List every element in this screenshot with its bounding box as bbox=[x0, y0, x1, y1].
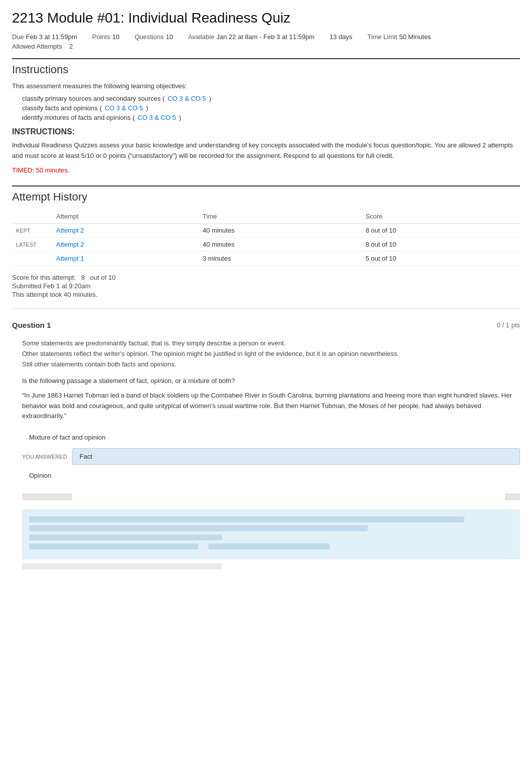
you-answered-label: You Answered bbox=[22, 454, 67, 460]
points-value: 10 bbox=[112, 33, 119, 41]
you-answered-row: You Answered Fact bbox=[22, 448, 520, 465]
table-row: LATEST Attempt 2 40 minutes 8 out of 10 bbox=[12, 238, 520, 252]
blurred-line bbox=[29, 543, 198, 549]
row1-time: 40 minutes bbox=[199, 224, 362, 238]
objective-1: classify primary sources and secondary s… bbox=[22, 95, 520, 102]
col-score: Score bbox=[362, 210, 520, 224]
learning-objectives-intro: This assessment measures the following l… bbox=[12, 82, 520, 90]
objective-2-suffix: ) bbox=[146, 104, 148, 112]
allowed-attempts-label: Allowed Attempts bbox=[12, 43, 62, 50]
objective-3-text: identify mixtures of facts and opinions … bbox=[22, 114, 135, 121]
attempt2-link-kept[interactable]: Attempt 2 bbox=[56, 227, 84, 234]
meta-row: Due Feb 3 at 11:59pm Points 10 Questions… bbox=[12, 33, 520, 41]
instructions-section-title: Instructions bbox=[12, 58, 520, 76]
row3-attempt[interactable]: Attempt 1 bbox=[52, 252, 199, 266]
question-1-pts: 0 / 1 pts bbox=[497, 321, 520, 329]
question-1-label: Question 1 bbox=[12, 321, 51, 329]
row1-attempt[interactable]: Attempt 2 bbox=[52, 224, 199, 238]
attempt-table: Attempt Time Score KEPT Attempt 2 40 min… bbox=[12, 210, 520, 266]
row3-time: 3 minutes bbox=[199, 252, 362, 266]
instructions-heading: INSTRUCTIONS: bbox=[12, 127, 520, 136]
row3-score: 5 out of 10 bbox=[362, 252, 520, 266]
score-for-attempt: Score for this attempt: 8 out of 10 bbox=[12, 274, 520, 281]
objective-3: identify mixtures of facts and opinions … bbox=[22, 114, 520, 121]
objective-2-co-link[interactable]: CO 3 & CO 5 bbox=[105, 104, 143, 112]
row1-score: 8 out of 10 bbox=[362, 224, 520, 238]
available-label: Available bbox=[188, 33, 214, 41]
table-row: KEPT Attempt 2 40 minutes 8 out of 10 bbox=[12, 224, 520, 238]
premise-line-2: Other statements reflect the writer's op… bbox=[22, 350, 399, 357]
objective-1-co-link[interactable]: CO 3 & CO 5 bbox=[168, 95, 206, 102]
row2-tag: LATEST bbox=[12, 238, 52, 252]
took-time: This attempt took 40 minutes. bbox=[12, 291, 520, 298]
questions-value: 10 bbox=[166, 33, 173, 41]
objective-1-suffix: ) bbox=[209, 95, 211, 102]
question-1-stem: Is the following passage a statement of … bbox=[22, 377, 520, 384]
available-value: Jan 22 at 8am - Feb 3 at 11:59pm bbox=[216, 33, 315, 41]
blurred-line-bottom bbox=[22, 563, 221, 569]
question-1-block: Question 1 0 / 1 pts Some statements are… bbox=[12, 308, 520, 569]
allowed-attempts-row: Allowed Attempts 2 bbox=[12, 43, 520, 50]
premise-line-1: Some statements are predominantly factua… bbox=[22, 339, 286, 347]
time-limit-label: Time Limit bbox=[367, 33, 397, 41]
meta-due: Due Feb 3 at 11:59pm bbox=[12, 33, 77, 41]
row2-attempt[interactable]: Attempt 2 bbox=[52, 238, 199, 252]
meta-questions: Questions 10 bbox=[134, 33, 173, 41]
row2-time: 40 minutes bbox=[199, 238, 362, 252]
selected-answer: Fact bbox=[72, 448, 520, 465]
attempt2-link-latest[interactable]: Attempt 2 bbox=[56, 241, 84, 248]
submitted-time: Submitted Feb 1 at 9:20am bbox=[12, 282, 520, 290]
attempt-history-section: Attempt History Attempt Time Score KEPT … bbox=[12, 185, 520, 298]
score-label: Score for this attempt: bbox=[12, 274, 76, 281]
points-label: Points bbox=[92, 33, 110, 41]
objective-2-text: classify facts and opinions ( bbox=[22, 104, 102, 112]
blurred-line bbox=[29, 534, 222, 540]
meta-time-limit: Time Limit 50 Minutes bbox=[367, 33, 431, 41]
objective-1-text: classify primary sources and secondary s… bbox=[22, 95, 165, 102]
col-tag bbox=[12, 210, 52, 224]
timed-note: TIMED: 50 minutes. bbox=[12, 165, 520, 176]
score-value: 8 bbox=[81, 274, 85, 281]
meta-available: Available Jan 22 at 8am - Feb 3 at 11:59… bbox=[188, 33, 314, 41]
days-value: 13 days bbox=[330, 33, 353, 41]
blurred-line bbox=[29, 516, 464, 522]
question-1-quote: “In June 1863 Harriet Tubman led a band … bbox=[22, 391, 520, 422]
score-out-of: out of 10 bbox=[90, 274, 116, 281]
timed-highlight: TIMED: 50 minutes. bbox=[12, 166, 70, 174]
option-mixture[interactable]: Mixture of fact and opinion bbox=[22, 430, 520, 445]
blurred-bar-2 bbox=[505, 493, 520, 500]
question-1-content: Some statements are predominantly factua… bbox=[12, 338, 520, 569]
blurred-bar-1 bbox=[22, 493, 72, 500]
question-1-header: Question 1 0 / 1 pts bbox=[12, 317, 520, 333]
score-summary: Score for this attempt: 8 out of 10 Subm… bbox=[12, 274, 520, 298]
attempt1-link[interactable]: Attempt 1 bbox=[56, 255, 84, 262]
col-attempt: Attempt bbox=[52, 210, 199, 224]
objective-2: classify facts and opinions ( CO 3 & CO … bbox=[22, 104, 520, 112]
row1-tag: KEPT bbox=[12, 224, 52, 238]
col-time: Time bbox=[199, 210, 362, 224]
blurred-line bbox=[29, 525, 368, 531]
questions-label: Questions bbox=[134, 33, 164, 41]
instructions-body: Individual Readiness Quizzes assess your… bbox=[12, 140, 520, 161]
premise-line-3: Still other statements contain both fact… bbox=[22, 360, 176, 368]
answer-options: Mixture of fact and opinion You Answered… bbox=[22, 430, 520, 483]
row3-tag bbox=[12, 252, 52, 266]
table-row: Attempt 1 3 minutes 5 out of 10 bbox=[12, 252, 520, 266]
question-1-premise: Some statements are predominantly factua… bbox=[22, 338, 520, 369]
question-divider bbox=[12, 308, 520, 309]
meta-days: 13 days bbox=[330, 33, 353, 41]
blurred-content-1 bbox=[22, 509, 520, 559]
due-label: Due bbox=[12, 33, 24, 41]
due-value: Feb 3 at 11:59pm bbox=[26, 33, 77, 41]
time-limit-value: 50 Minutes bbox=[399, 33, 431, 41]
objective-3-suffix: ) bbox=[179, 114, 181, 121]
meta-points: Points 10 bbox=[92, 33, 120, 41]
instructions-section: Instructions This assessment measures th… bbox=[12, 58, 520, 175]
attempt-history-title: Attempt History bbox=[12, 185, 520, 204]
allowed-attempts-value: 2 bbox=[69, 43, 73, 50]
blurred-line bbox=[208, 543, 330, 549]
blurred-section bbox=[22, 493, 520, 569]
option-opinion[interactable]: Opinion bbox=[22, 468, 520, 483]
row2-score: 8 out of 10 bbox=[362, 238, 520, 252]
objective-3-co-link[interactable]: CO 3 & CO 5 bbox=[138, 114, 176, 121]
